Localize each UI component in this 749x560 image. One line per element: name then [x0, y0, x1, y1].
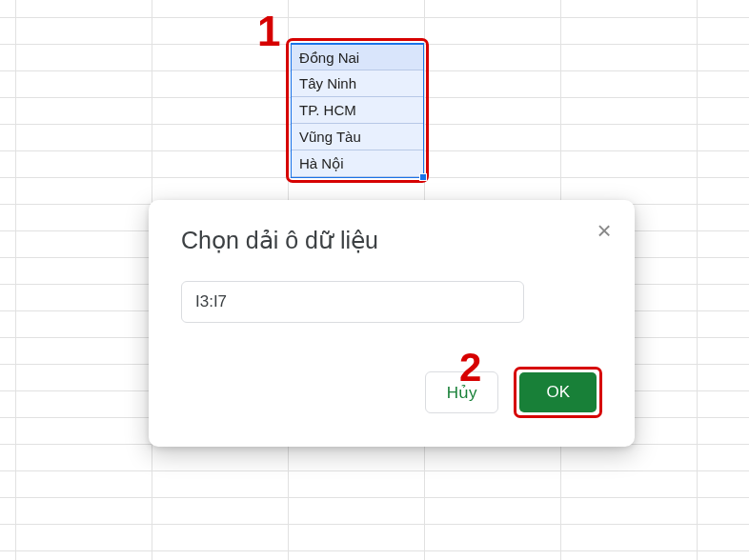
annotation-step-2: 2: [459, 345, 481, 390]
close-icon[interactable]: ×: [591, 217, 617, 244]
cell[interactable]: Vũng Tàu: [292, 124, 423, 150]
cell[interactable]: Hà Nội: [292, 150, 423, 177]
annotation-highlight-2: OK: [514, 367, 602, 418]
range-input[interactable]: [181, 281, 524, 323]
dialog-actions: Hủy OK: [181, 367, 602, 418]
data-range-dialog: × Chọn dải ô dữ liệu Hủy OK: [149, 200, 635, 447]
selection-handle[interactable]: [419, 173, 427, 181]
cell[interactable]: TP. HCM: [292, 97, 423, 124]
annotation-highlight-1: Đồng Nai Tây Ninh TP. HCM Vũng Tàu Hà Nộ…: [286, 38, 429, 183]
ok-button[interactable]: OK: [519, 372, 597, 412]
dialog-title: Chọn dải ô dữ liệu: [181, 227, 602, 254]
cell[interactable]: Đồng Nai: [292, 44, 423, 70]
cell[interactable]: Tây Ninh: [292, 70, 423, 97]
annotation-step-1: 1: [257, 8, 280, 55]
selected-range[interactable]: Đồng Nai Tây Ninh TP. HCM Vũng Tàu Hà Nộ…: [291, 43, 424, 178]
